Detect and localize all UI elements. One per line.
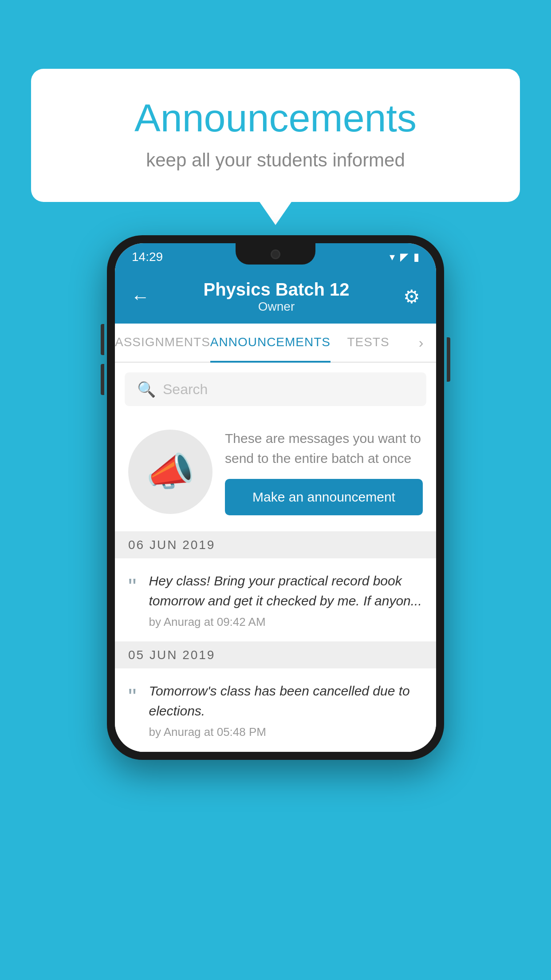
tab-more-icon[interactable]: › xyxy=(406,324,436,362)
header-center: Physics Batch 12 Owner xyxy=(203,280,349,314)
tab-assignments[interactable]: ASSIGNMENTS xyxy=(115,324,210,362)
prompt-description: These are messages you want to send to t… xyxy=(225,428,423,468)
announcement-meta-2: by Anurag at 05:48 PM xyxy=(149,725,423,739)
announcement-text-1: Hey class! Bring your practical record b… xyxy=(149,571,423,611)
announcement-prompt: 📣 These are messages you want to send to… xyxy=(115,416,436,532)
quote-icon-1: " xyxy=(128,573,136,600)
quote-icon-2: " xyxy=(128,684,136,710)
bubble-title: Announcements xyxy=(67,95,484,141)
make-announcement-button[interactable]: Make an announcement xyxy=(225,479,423,515)
signal-icon: ◤ xyxy=(400,251,408,263)
status-icons: ▾ ◤ ▮ xyxy=(390,251,419,263)
phone-container: 14:29 ▾ ◤ ▮ ← Physics Batch 12 Owner ⚙ A… xyxy=(107,235,444,760)
tab-tests[interactable]: TESTS xyxy=(331,324,406,362)
app-header: ← Physics Batch 12 Owner ⚙ xyxy=(115,271,436,324)
settings-button[interactable]: ⚙ xyxy=(403,286,420,308)
volume-down-button xyxy=(101,364,104,395)
volume-up-button xyxy=(101,324,104,355)
megaphone-icon: 📣 xyxy=(146,449,195,495)
tab-bar: ASSIGNMENTS ANNOUNCEMENTS TESTS › xyxy=(115,324,436,363)
bubble-subtitle: keep all your students informed xyxy=(67,150,484,171)
search-bar[interactable]: 🔍 Search xyxy=(125,372,426,406)
tab-announcements[interactable]: ANNOUNCEMENTS xyxy=(210,324,331,363)
batch-role: Owner xyxy=(203,300,349,314)
announcement-content-2: Tomorrow's class has been cancelled due … xyxy=(149,681,423,739)
wifi-icon: ▾ xyxy=(390,251,395,263)
phone-screen: 14:29 ▾ ◤ ▮ ← Physics Batch 12 Owner ⚙ A… xyxy=(115,243,436,752)
date-divider-2: 05 JUN 2019 xyxy=(115,642,436,668)
announcement-meta-1: by Anurag at 09:42 AM xyxy=(149,615,423,629)
status-time: 14:29 xyxy=(132,250,163,264)
power-button xyxy=(447,337,450,382)
megaphone-circle: 📣 xyxy=(128,430,213,514)
battery-icon: ▮ xyxy=(413,251,419,263)
speech-bubble: Announcements keep all your students inf… xyxy=(31,69,520,202)
search-icon: 🔍 xyxy=(137,380,156,398)
announcement-item-2[interactable]: " Tomorrow's class has been cancelled du… xyxy=(115,668,436,752)
batch-title: Physics Batch 12 xyxy=(203,280,349,300)
announcement-item-1[interactable]: " Hey class! Bring your practical record… xyxy=(115,558,436,642)
date-divider-1: 06 JUN 2019 xyxy=(115,532,436,558)
announcement-content-1: Hey class! Bring your practical record b… xyxy=(149,571,423,629)
speech-bubble-area: Announcements keep all your students inf… xyxy=(31,69,520,202)
search-placeholder: Search xyxy=(163,381,208,398)
announcement-text-2: Tomorrow's class has been cancelled due … xyxy=(149,681,423,721)
prompt-content: These are messages you want to send to t… xyxy=(225,428,423,515)
phone-mockup: 14:29 ▾ ◤ ▮ ← Physics Batch 12 Owner ⚙ A… xyxy=(107,235,444,760)
back-button[interactable]: ← xyxy=(131,286,150,308)
front-camera xyxy=(271,249,280,259)
phone-notch xyxy=(236,243,315,265)
